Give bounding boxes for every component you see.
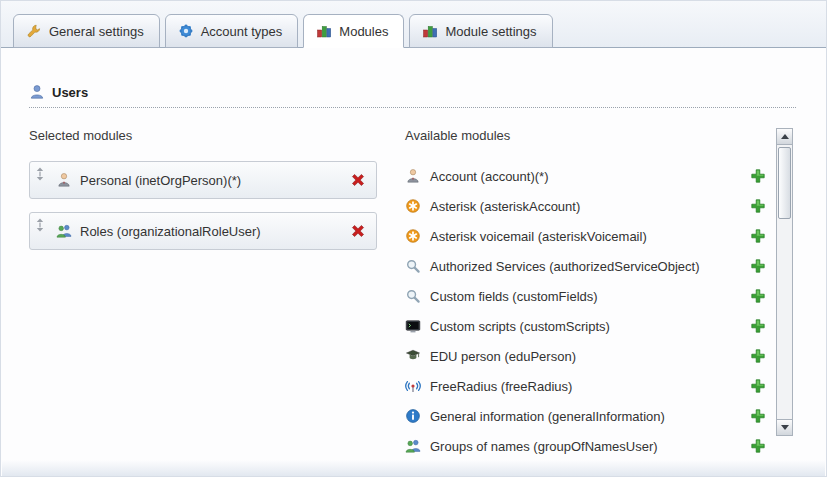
available-module-row: Custom scripts (customScripts) xyxy=(405,311,776,341)
red-x-icon xyxy=(350,172,366,188)
available-module-label: EDU person (eduPerson) xyxy=(430,349,576,364)
badge-icon xyxy=(178,23,194,39)
tab-label: Module settings xyxy=(445,24,536,39)
available-module-row: EDU person (eduPerson) xyxy=(405,341,776,371)
add-module-button[interactable] xyxy=(750,318,766,334)
lam-configuration-page: General settings Account types Modules M… xyxy=(0,0,827,477)
green-plus-icon xyxy=(750,408,766,424)
group-icon xyxy=(56,223,72,239)
asterisk-icon xyxy=(405,198,421,214)
drag-handle-icon[interactable] xyxy=(35,218,45,232)
module-columns: Selected modules Personal (inetOrgPerson… xyxy=(29,128,826,461)
selected-modules-column: Selected modules Personal (inetOrgPerson… xyxy=(29,128,377,461)
available-module-row: Authorized Services (authorizedServiceOb… xyxy=(405,251,776,281)
selected-modules-heading: Selected modules xyxy=(29,128,377,143)
green-plus-icon xyxy=(750,378,766,394)
tab-account-types[interactable]: Account types xyxy=(165,14,299,48)
selected-module-row[interactable]: Roles (organizationalRoleUser) xyxy=(29,212,377,250)
available-module-row: Groups of names (groupOfNamesUser) xyxy=(405,431,776,461)
group-icon xyxy=(405,438,421,454)
available-module-label: Authorized Services (authorizedServiceOb… xyxy=(430,259,700,274)
add-module-button[interactable] xyxy=(750,258,766,274)
modules-tab-content: Users Selected modules Personal (inetOrg… xyxy=(1,84,826,461)
magnifier-icon xyxy=(405,258,421,274)
selected-module-label: Personal (inetOrgPerson)(*) xyxy=(80,173,241,188)
scroll-down-button[interactable] xyxy=(777,419,792,435)
graduation-icon xyxy=(405,348,421,364)
available-module-label: Asterisk (asteriskAccount) xyxy=(430,199,580,214)
available-module-row: Asterisk voicemail (asteriskVoicemail) xyxy=(405,221,776,251)
tab-modules[interactable]: Modules xyxy=(303,14,404,48)
tab-label: Account types xyxy=(201,24,283,39)
drag-handle-icon[interactable] xyxy=(35,167,45,181)
available-module-row: Asterisk (asteriskAccount) xyxy=(405,191,776,221)
available-module-label: Custom scripts (customScripts) xyxy=(430,319,610,334)
scrollbar[interactable] xyxy=(776,128,793,436)
section-heading: Users xyxy=(29,84,826,100)
section-divider xyxy=(29,107,796,108)
scrollbar-thumb[interactable] xyxy=(778,147,791,219)
available-module-row: Custom fields (customFields) xyxy=(405,281,776,311)
add-module-button[interactable] xyxy=(750,408,766,424)
add-module-button[interactable] xyxy=(750,348,766,364)
available-module-label: Groups of names (groupOfNamesUser) xyxy=(430,439,658,454)
available-modules-heading: Available modules xyxy=(405,128,776,143)
antenna-icon xyxy=(405,378,421,394)
wrench-icon xyxy=(26,23,42,39)
tab-general-settings[interactable]: General settings xyxy=(13,14,160,48)
available-module-label: Custom fields (customFields) xyxy=(430,289,598,304)
modules-icon xyxy=(316,23,332,39)
selected-module-row[interactable]: Personal (inetOrgPerson)(*) xyxy=(29,161,377,199)
terminal-icon xyxy=(405,318,421,334)
green-plus-icon xyxy=(750,228,766,244)
selected-module-label: Roles (organizationalRoleUser) xyxy=(80,224,261,239)
green-plus-icon xyxy=(750,438,766,454)
person-icon xyxy=(56,172,72,188)
add-module-button[interactable] xyxy=(750,288,766,304)
arrow-up-icon xyxy=(781,134,789,139)
add-module-button[interactable] xyxy=(750,438,766,454)
add-module-button[interactable] xyxy=(750,198,766,214)
scrollbar-track[interactable] xyxy=(777,145,792,419)
tab-label: Modules xyxy=(339,24,388,39)
red-x-icon xyxy=(350,223,366,239)
green-plus-icon xyxy=(750,168,766,184)
person-icon xyxy=(405,168,421,184)
add-module-button[interactable] xyxy=(750,378,766,394)
add-module-button[interactable] xyxy=(750,168,766,184)
available-module-label: Asterisk voicemail (asteriskVoicemail) xyxy=(430,229,647,244)
available-module-label: FreeRadius (freeRadius) xyxy=(430,379,572,394)
available-module-row: Account (account)(*) xyxy=(405,161,776,191)
user-icon xyxy=(29,84,45,100)
tab-label: General settings xyxy=(49,24,144,39)
scroll-up-button[interactable] xyxy=(777,129,792,145)
available-module-row: FreeRadius (freeRadius) xyxy=(405,371,776,401)
info-icon xyxy=(405,408,421,424)
green-plus-icon xyxy=(750,348,766,364)
available-module-label: General information (generalInformation) xyxy=(430,409,665,424)
remove-module-button[interactable] xyxy=(350,223,366,239)
green-plus-icon xyxy=(750,288,766,304)
remove-module-button[interactable] xyxy=(350,172,366,188)
magnifier-icon xyxy=(405,288,421,304)
green-plus-icon xyxy=(750,198,766,214)
tab-module-settings[interactable]: Module settings xyxy=(409,14,552,48)
modules-icon xyxy=(422,23,438,39)
section-title: Users xyxy=(52,85,88,100)
asterisk-icon xyxy=(405,228,421,244)
green-plus-icon xyxy=(750,258,766,274)
bottom-fade xyxy=(2,460,825,476)
tab-bar: General settings Account types Modules M… xyxy=(1,1,826,48)
available-modules-column: Available modules Account (account)(*) A… xyxy=(405,128,793,461)
available-modules-list: Available modules Account (account)(*) A… xyxy=(405,128,776,461)
available-module-row: General information (generalInformation) xyxy=(405,401,776,431)
available-module-label: Account (account)(*) xyxy=(430,169,549,184)
add-module-button[interactable] xyxy=(750,228,766,244)
green-plus-icon xyxy=(750,318,766,334)
arrow-down-icon xyxy=(781,425,789,430)
